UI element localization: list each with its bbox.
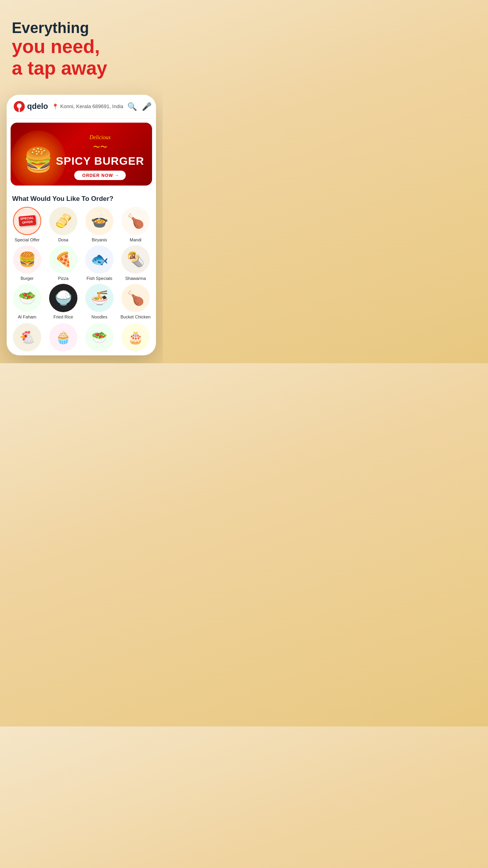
noodles-image: 🍜 [85,284,114,312]
category-item-special-offer[interactable]: SPECIALOFFER Special Offer [11,207,44,242]
category-label-special-offer: Special Offer [15,237,39,242]
peek-image-3: 🥗 [85,323,114,351]
special-offer-image: SPECIALOFFER [13,207,41,235]
category-item-biryanis[interactable]: 🍲 Biryanis [83,207,116,242]
location-area[interactable]: 📍 Konni, Kerala 689691, India [48,103,127,110]
peek-item-3[interactable]: 🥗 [83,323,116,351]
location-text: Konni, Kerala 689691, India [60,103,123,109]
logo-text: qdelo [27,102,48,111]
promo-banner[interactable]: 🍔 Delicious 〜〜 SPICY BURGER ORDER NOW→ [11,123,152,186]
peek-image-2: 🧁 [49,323,77,351]
svg-point-1 [17,103,22,108]
category-item-burger[interactable]: 🍔 Burger [11,245,44,281]
bucket-chicken-image: 🍗 [121,284,150,312]
hero-line1: Everything [12,20,151,37]
order-section-title: What Would You Like To Order? [7,189,156,207]
header-icons: 🔍 🎤 [127,102,152,111]
location-pin-icon: 📍 [52,103,59,110]
category-item-bucket-chicken[interactable]: 🍗 Bucket Chicken [119,284,152,319]
category-label-pizza: Pizza [58,276,69,281]
category-grid: SPECIALOFFER Special Offer 🫔 Dosa 🍲 Biry… [7,207,156,323]
category-label-fried-rice: Fried Rice [53,314,73,319]
category-item-dosa[interactable]: 🫔 Dosa [47,207,80,242]
al-faham-image: 🥗 [13,284,41,312]
category-label-dosa: Dosa [58,237,68,242]
banner-badge: Delicious [56,134,144,141]
category-label-noodles: Noodles [92,314,107,319]
mic-icon[interactable]: 🎤 [142,102,152,111]
hero-line2: you need, [12,37,151,57]
category-label-bucket-chicken: Bucket Chicken [121,314,150,319]
category-label-biryanis: Biryanis [92,237,107,242]
hero-line3-highlight: away [61,58,107,79]
category-label-burger: Burger [20,276,33,281]
hero-section: Everything you need, a tap away [0,0,163,91]
dosa-image: 🫔 [49,207,77,235]
category-item-fried-rice[interactable]: 🍚 Fried Rice [47,284,80,319]
category-item-pizza[interactable]: 🍕 Pizza [47,245,80,281]
category-label-shawarma: Shawarma [125,276,146,281]
bottom-peek-row: 🐔 🧁 🥗 🎂 [7,323,156,355]
special-offer-badge: SPECIALOFFER [18,215,36,226]
logo-area: qdelo [13,100,48,113]
search-icon[interactable]: 🔍 [127,102,137,111]
mandi-image: 🍗 [121,207,150,235]
pizza-image: 🍕 [49,245,77,274]
peek-image-4: 🎂 [121,323,150,351]
category-item-fish-specials[interactable]: 🐟 Fish Specials [83,245,116,281]
peek-image-1: 🐔 [13,323,41,351]
category-item-shawarma[interactable]: 🌯 Shawarma [119,245,152,281]
category-item-mandi[interactable]: 🍗 Mandi [119,207,152,242]
phone-mockup: qdelo 📍 Konni, Kerala 689691, India 🔍 🎤 … [7,95,156,355]
peek-item-1[interactable]: 🐔 [11,323,44,351]
category-item-al-faham[interactable]: 🥗 Al Faham [11,284,44,319]
category-label-mandi: Mandi [130,237,141,242]
banner-wave-left: 〜〜 [56,142,144,152]
hero-line3-pre: a tap [12,58,61,79]
biryanis-image: 🍲 [85,207,114,235]
hero-line3: a tap away [12,57,151,79]
banner-cta-button[interactable]: ORDER NOW→ [74,171,126,180]
category-label-al-faham: Al Faham [18,314,36,319]
shawarma-image: 🌯 [121,245,150,274]
burger-image: 🍔 [13,245,41,274]
category-label-fish-specials: Fish Specials [86,276,112,281]
banner-title: SPICY BURGER [56,155,144,167]
fried-rice-image: 🍚 [49,284,77,312]
qdelo-logo-icon [13,100,26,113]
peek-item-2[interactable]: 🧁 [47,323,80,351]
peek-item-4[interactable]: 🎂 [119,323,152,351]
category-item-noodles[interactable]: 🍜 Noodles [83,284,116,319]
fish-specials-image: 🐟 [85,245,114,274]
app-header: qdelo 📍 Konni, Kerala 689691, India 🔍 🎤 [7,95,156,119]
banner-content: Delicious 〜〜 SPICY BURGER ORDER NOW→ [56,134,144,180]
